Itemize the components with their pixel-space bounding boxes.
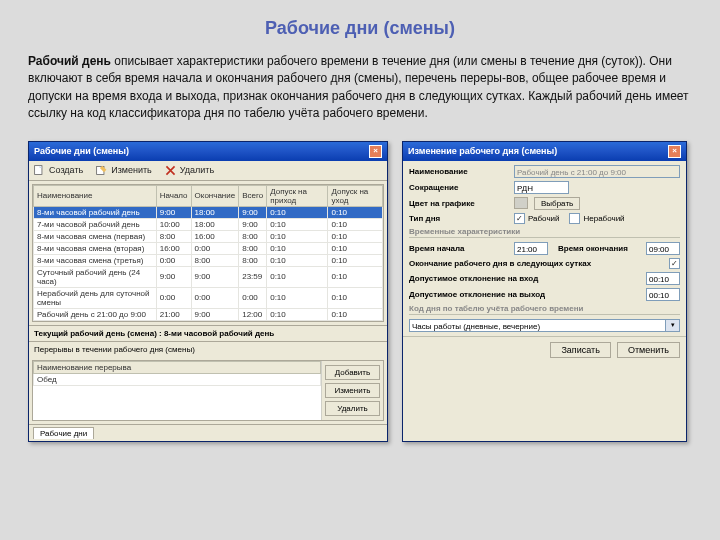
short-label: Сокращение [409, 183, 514, 192]
working-checkbox[interactable]: ✓ [514, 213, 525, 224]
close-icon[interactable]: × [369, 145, 382, 158]
tabstrip: Рабочие дни [29, 424, 387, 441]
nonworking-checkbox[interactable] [569, 213, 580, 224]
table-row[interactable]: 8-ми часовая смена (вторая)16:000:008:00… [34, 242, 383, 254]
edit-button[interactable]: Изменить [95, 164, 152, 177]
description-paragraph: Рабочий день описывает характеристики ра… [28, 53, 692, 123]
col-start[interactable]: Начало [156, 185, 191, 206]
table-row[interactable]: Нерабочий день для суточной смены0:000:0… [34, 287, 383, 308]
window2-titlebar[interactable]: Изменение рабочего дня (смены) × [403, 142, 686, 161]
list-item[interactable]: Обед [34, 373, 321, 385]
window2-title: Изменение рабочего дня (смены) [408, 146, 557, 156]
name-field[interactable]: Рабочий день с 21:00 до 9:00 [514, 165, 680, 178]
tol-out-field[interactable]: 00:10 [646, 288, 680, 301]
col-total[interactable]: Всего [239, 185, 267, 206]
nextday-label: Окончание рабочего дня в следующих сутка… [409, 259, 669, 268]
start-label: Время начала [409, 244, 514, 253]
end-field[interactable]: 09:00 [646, 242, 680, 255]
table-row[interactable]: 8-ми часовая смена (первая)8:0016:008:00… [34, 230, 383, 242]
window1-toolbar: Создать Изменить Удалить [29, 161, 387, 181]
add-break-button[interactable]: Добавить [325, 365, 380, 380]
color-swatch [514, 197, 528, 209]
breaks-col-name[interactable]: Наименование перерыва [34, 361, 321, 373]
nextday-checkbox[interactable]: ✓ [669, 258, 680, 269]
code-field[interactable]: Часы работы (дневные, вечерние) [409, 319, 666, 332]
tab-workdays[interactable]: Рабочие дни [33, 427, 94, 439]
col-name[interactable]: Наименование [34, 185, 157, 206]
chevron-down-icon[interactable]: ▾ [666, 319, 680, 332]
working-text: Рабочий [528, 214, 559, 223]
tol-in-field[interactable]: 00:10 [646, 272, 680, 285]
code-section-label: Код дня по табелю учёта рабочего времени [409, 304, 680, 315]
svg-rect-0 [35, 165, 42, 174]
workdays-table[interactable]: Наименование Начало Окончание Всего Допу… [32, 184, 384, 322]
breaks-panel: Наименование перерыва Обед Добавить Изме… [32, 360, 384, 421]
description-text: описывает характеристики рабочего времен… [28, 54, 689, 120]
nonworking-text: Нерабочий [583, 214, 624, 223]
edit-icon [95, 164, 108, 177]
window1-titlebar[interactable]: Рабочие дни (смены) × [29, 142, 387, 161]
workdays-window: Рабочие дни (смены) × Создать Изменить У… [28, 141, 388, 442]
daytype-label: Тип дня [409, 214, 514, 223]
name-label: Наименование [409, 167, 514, 176]
close-icon[interactable]: × [668, 145, 681, 158]
short-field[interactable]: РДН [514, 181, 569, 194]
color-label: Цвет на графике [409, 199, 514, 208]
edit-break-button[interactable]: Изменить [325, 383, 380, 398]
breaks-section-label: Перерывы в течении рабочего дня (смены) [29, 341, 387, 357]
end-label: Время окончания [558, 244, 628, 253]
choose-color-button[interactable]: Выбрать [534, 197, 580, 210]
bold-term: Рабочий день [28, 54, 111, 68]
new-icon [33, 164, 46, 177]
col-end[interactable]: Окончание [191, 185, 239, 206]
table-row[interactable]: 8-ми часовая смена (третья)0:008:008:000… [34, 254, 383, 266]
table-row[interactable]: 7-ми часовой рабочий день10:0018:009:000… [34, 218, 383, 230]
delete-break-button[interactable]: Удалить [325, 401, 380, 416]
page-title: Рабочие дни (смены) [28, 18, 692, 39]
cancel-button[interactable]: Отменить [617, 342, 680, 358]
table-row[interactable]: Суточный рабочий день (24 часа)9:009:002… [34, 266, 383, 287]
edit-workday-dialog: Изменение рабочего дня (смены) × Наимено… [402, 141, 687, 442]
delete-icon [164, 164, 177, 177]
code-combo[interactable]: Часы работы (дневные, вечерние) ▾ [409, 319, 680, 332]
window1-title: Рабочие дни (смены) [34, 146, 129, 156]
tol-in-label: Допустимое отклонение на вход [409, 274, 646, 283]
col-tol-in[interactable]: Допуск на приход [267, 185, 328, 206]
current-workday-label: Текущий рабочий день (смена) : 8-ми часо… [29, 325, 387, 341]
table-row[interactable]: 8-ми часовой рабочий день9:0018:009:000:… [34, 206, 383, 218]
tol-out-label: Допустимое отклонение на выход [409, 290, 646, 299]
col-tol-out[interactable]: Допуск на уход [328, 185, 383, 206]
create-button[interactable]: Создать [33, 164, 83, 177]
delete-button[interactable]: Удалить [164, 164, 214, 177]
start-field[interactable]: 21:00 [514, 242, 548, 255]
table-row[interactable]: Рабочий день с 21:00 до 9:0021:009:0012:… [34, 308, 383, 320]
time-section-label: Временные характеристики [409, 227, 680, 238]
save-button[interactable]: Записать [550, 342, 610, 358]
